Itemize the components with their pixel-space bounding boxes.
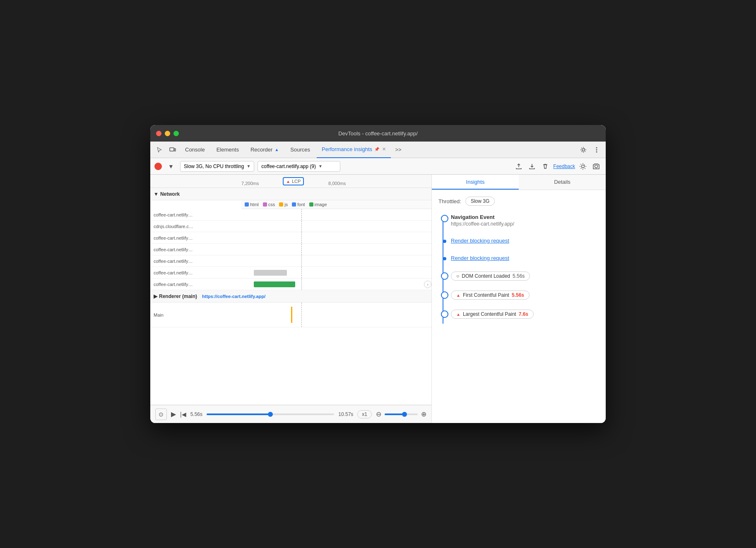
svg-point-2 xyxy=(582,149,585,151)
throttle-row: Throttled: Slow 3G xyxy=(438,197,599,206)
event-content: Render blocking request xyxy=(451,254,599,262)
table-row: coffee-cart.netlify… xyxy=(150,232,431,244)
zoom-track xyxy=(385,413,404,415)
more-options-icon[interactable] xyxy=(591,144,602,156)
perf-pin-icon: 📌 xyxy=(374,147,379,151)
event-dom-content-loaded: ○ DOM Content Loaded 5.56s xyxy=(451,272,599,281)
tab-sources[interactable]: Sources xyxy=(285,142,315,158)
panel-content: Throttled: Slow 3G Navigation Event http… xyxy=(432,190,606,423)
play-button[interactable]: ▶ xyxy=(171,410,176,418)
tab-details[interactable]: Details xyxy=(519,175,606,190)
table-row: coffee-cart.netlify… xyxy=(150,267,431,279)
toolbar2-actions: Feedback xyxy=(513,161,602,172)
svg-point-7 xyxy=(595,165,598,168)
zoom-out-button[interactable]: ⊖ xyxy=(376,410,381,418)
download-icon[interactable] xyxy=(527,161,537,172)
fcp-warning-icon: ▲ xyxy=(456,293,460,298)
svg-point-5 xyxy=(596,151,597,152)
playback-time-end: 10.57s xyxy=(338,411,353,417)
renderer-section-header: ▶ Renderer (main) https://coffee-cart.ne… xyxy=(150,290,431,303)
dashed-line xyxy=(301,255,302,267)
event-navigation: Navigation Event https://coffee-cart.net… xyxy=(451,214,599,227)
slider-thumb[interactable] xyxy=(268,412,273,417)
lcp-badge: ▲ LCP xyxy=(283,177,304,185)
tab-elements[interactable]: Elements xyxy=(212,142,244,158)
legend-image: image xyxy=(309,202,327,207)
renderer-expand-arrow-icon[interactable]: ▶ xyxy=(154,293,157,299)
event-dot-icon xyxy=(443,257,446,260)
render-blocking-link-1[interactable]: Render blocking request xyxy=(451,238,509,244)
table-row: coffee-cart.netlify… xyxy=(150,209,431,221)
close-button[interactable] xyxy=(156,131,161,136)
target-dropdown-arrow-icon: ▼ xyxy=(318,164,323,168)
main-bar-container xyxy=(241,303,431,327)
cursor-icon[interactable] xyxy=(154,144,165,156)
legend-js-icon xyxy=(279,202,283,207)
svg-point-6 xyxy=(582,165,585,168)
tab-performance-insights[interactable]: Performance insights 📌 ✕ xyxy=(317,142,391,158)
row-bars-0 xyxy=(241,209,431,220)
event-circle-icon xyxy=(441,310,448,318)
expand-row-arrow-icon[interactable]: › xyxy=(424,281,431,288)
dom-circle-icon: ○ xyxy=(456,273,459,279)
skip-start-button[interactable]: |◀ xyxy=(180,411,186,418)
svg-point-3 xyxy=(596,147,597,148)
legend-font-icon xyxy=(292,202,296,207)
row-bars-6: › xyxy=(241,279,431,290)
ruler-mark-7200: 7,200ms xyxy=(241,181,259,186)
event-content: Navigation Event https://coffee-cart.net… xyxy=(451,214,599,227)
event-content: ▲ Largest Contentful Paint 7.6s xyxy=(451,310,599,319)
network-bar-green xyxy=(254,281,295,287)
event-content: ○ DOM Content Loaded 5.56s xyxy=(451,272,599,281)
renderer-url-link[interactable]: https://coffee-cart.netlify.app/ xyxy=(202,294,265,299)
lcp-time: 7.6s xyxy=(519,311,528,317)
network-throttle-select[interactable]: Slow 3G, No CPU throttling ▼ xyxy=(180,161,254,172)
lcp-warning-icon: ▲ xyxy=(456,312,460,317)
settings-icon[interactable] xyxy=(578,144,589,156)
dashed-line xyxy=(301,221,302,232)
record-dropdown-icon[interactable]: ▼ xyxy=(165,161,177,172)
dashed-line xyxy=(301,244,302,255)
playback-slider[interactable] xyxy=(207,413,334,415)
target-select[interactable]: coffee-cart.netlify.app (9) ▼ xyxy=(258,161,340,172)
network-collapse-arrow-icon[interactable]: ▼ xyxy=(154,191,159,197)
more-tabs-icon[interactable]: >> xyxy=(392,144,404,156)
zoom-thumb[interactable] xyxy=(402,412,407,417)
event-circle-icon xyxy=(441,272,448,280)
event-content: ▲ First Contentful Paint 5.56s xyxy=(451,291,599,300)
upload-icon[interactable] xyxy=(513,161,524,172)
device-toggle-icon[interactable] xyxy=(167,144,178,156)
zoom-in-button[interactable]: ⊕ xyxy=(421,410,426,418)
row-bars-5 xyxy=(241,267,431,278)
render-blocking-link-2[interactable]: Render blocking request xyxy=(451,255,509,261)
speed-badge[interactable]: x1 xyxy=(357,410,372,418)
tab-console[interactable]: Console xyxy=(180,142,210,158)
dom-content-loaded-time: 5.56s xyxy=(513,273,525,279)
timeline-ruler: 7,200ms 8,000ms ▲ LCP xyxy=(150,175,431,188)
event-title: Navigation Event xyxy=(451,214,599,220)
screenshot-playback-icon[interactable]: ⊙ xyxy=(155,409,167,420)
network-bar-gray xyxy=(254,270,287,276)
dashed-line xyxy=(301,267,302,278)
insights-panel: Insights Details Throttled: Slow 3G Navi… xyxy=(432,175,606,423)
devtools-toolbar: Console Elements Recorder ▲ Sources Perf… xyxy=(150,142,606,158)
feedback-link[interactable]: Feedback xyxy=(553,163,575,169)
network-legend: html css js font image xyxy=(241,200,431,209)
delete-icon[interactable] xyxy=(540,161,551,172)
slider-track xyxy=(207,413,270,415)
titlebar: DevTools - coffee-cart.netlify.app/ xyxy=(150,125,606,142)
minimize-button[interactable] xyxy=(165,131,170,136)
screenshot-icon[interactable] xyxy=(591,161,602,172)
zoom-slider[interactable] xyxy=(385,413,418,415)
devtools-window: DevTools - coffee-cart.netlify.app/ Cons… xyxy=(150,125,606,423)
settings2-icon[interactable] xyxy=(578,161,588,172)
throttle-value-badge: Slow 3G xyxy=(465,197,495,206)
timeline-panel: 7,200ms 8,000ms ▲ LCP ▼ Network xyxy=(150,175,432,423)
maximize-button[interactable] xyxy=(173,131,179,136)
tab-insights[interactable]: Insights xyxy=(432,175,519,190)
close-tab-icon[interactable]: ✕ xyxy=(382,147,386,152)
ruler-mark-8000: 8,000ms xyxy=(328,181,346,186)
record-button[interactable] xyxy=(154,163,162,170)
tab-recorder[interactable]: Recorder ▲ xyxy=(246,142,284,158)
legend-html: html xyxy=(245,202,259,207)
